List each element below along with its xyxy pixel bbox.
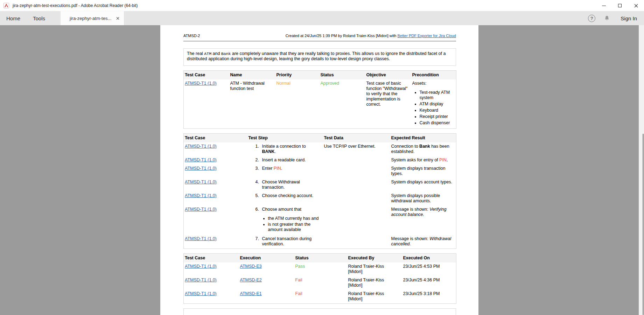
next-section-box: [183, 308, 456, 315]
document-tab[interactable]: jira-zephyr-atm-tes...: [61, 11, 124, 25]
status-value: Approved: [321, 81, 340, 86]
test-data-cell: [323, 156, 390, 164]
window-title: jira-zephyr-atm-test-executions.pdf - Ad…: [13, 3, 138, 8]
name-cell: ATM - Withdrawal function test: [229, 79, 275, 129]
test-case-link[interactable]: ATMSD-T1 (1.0): [185, 144, 217, 149]
test-case-link[interactable]: ATMSD-T1 (1.0): [185, 81, 217, 86]
table-row: ATMSD-T1 (1.0) ATMSD-E2 Fail Roland Trai…: [184, 276, 456, 290]
step-number: 5.: [255, 193, 262, 198]
executed-by-cell: Roland Traier-Kiss [Midori]: [347, 262, 402, 276]
bell-icon[interactable]: [604, 15, 610, 21]
step-number: 2.: [255, 158, 262, 163]
help-icon[interactable]: [588, 15, 595, 22]
executed-by-cell: Roland Traier-Kiss [Midori]: [347, 276, 402, 290]
test-case-table: Test Case Name Priority Status Objective…: [183, 70, 456, 129]
step-text: Choose amount that the ATM currently has…: [262, 207, 320, 233]
table-row: ATMSD-T1 (1.0) ATM - Withdrawal function…: [184, 79, 456, 129]
expected-result-cell: System displays transaction types.: [390, 164, 456, 178]
test-case-link[interactable]: ATMSD-T1 (1.0): [185, 264, 217, 269]
step-text: Cancel transaction during verification.: [262, 236, 320, 247]
execution-link[interactable]: ATMSD-E1: [240, 291, 262, 296]
step-number: 4.: [255, 180, 262, 190]
step-text: Choose Withdrawal transaction.: [262, 180, 320, 190]
exporter-link[interactable]: Better PDF Exporter for Jira Cloud: [397, 34, 456, 38]
step-text: Enter PIN.: [262, 166, 320, 171]
test-case-link[interactable]: ATMSD-T1 (1.0): [185, 291, 217, 296]
objective-cell: Test case of basic function "Withdrawal"…: [365, 79, 411, 129]
inline-code-atm: ATM: [204, 51, 211, 56]
test-data-cell: [323, 235, 390, 249]
close-button[interactable]: [628, 0, 644, 11]
minimize-icon: [602, 6, 606, 6]
test-case-link[interactable]: ATMSD-T1 (1.0): [185, 236, 217, 241]
executed-on-cell: 23/Jun/25 4:53 PM: [402, 262, 456, 276]
tab-close-button[interactable]: [115, 15, 120, 21]
table-row: ATMSD-T1 (1.0) ATMSD-E3 Pass Roland Trai…: [184, 262, 456, 276]
table-row: ATMSD-T1 (1.0) 6. Choose amount that the…: [184, 205, 456, 235]
test-case-link[interactable]: ATMSD-T1 (1.0): [185, 207, 217, 212]
step-number: 7.: [255, 236, 262, 247]
page-header: ATMSD-2 Created at 24/Jun/25 1:39 PM by …: [183, 34, 456, 41]
test-case-link[interactable]: ATMSD-T1 (1.0): [185, 278, 217, 282]
col-header: Objective: [365, 71, 411, 80]
asset-item: Receipt printer: [420, 114, 453, 119]
test-step-cell: 5.Choose checking account.: [247, 192, 323, 205]
maximize-button[interactable]: [612, 0, 628, 11]
tabbar-right-cluster: Sign In: [588, 11, 639, 25]
window-controls: [596, 0, 644, 11]
expected-result-cell: Message is shown: Withdrawal cancelled.: [390, 235, 456, 249]
col-header: Expected Result: [390, 134, 456, 143]
doc-id: ATMSD-2: [183, 34, 200, 38]
sign-in-button[interactable]: Sign In: [618, 14, 639, 23]
col-header: Executed On: [402, 254, 456, 263]
execution-link[interactable]: ATMSD-E2: [240, 278, 262, 282]
col-header: Test Step: [247, 134, 323, 143]
titlebar: jira-zephyr-atm-test-executions.pdf - Ad…: [0, 0, 644, 11]
asset-item: Test-ready ATM system: [420, 90, 453, 100]
col-header: Status: [320, 71, 365, 80]
scrollbar-thumb[interactable]: [643, 134, 644, 315]
document-canvas: ATMSD-2 Created at 24/Jun/25 1:39 PM by …: [0, 25, 644, 315]
scrollbar-track[interactable]: [639, 25, 644, 315]
test-case-link[interactable]: ATMSD-T1 (1.0): [185, 158, 217, 162]
executed-on-cell: 23/Jun/25 3:18 PM: [402, 290, 456, 304]
col-header: Status: [294, 254, 347, 263]
test-step-cell: 2.Insert a readable card.: [247, 156, 323, 164]
test-data-cell: Use TCP/IP over Ethernet.: [323, 142, 390, 156]
test-case-link[interactable]: ATMSD-T1 (1.0): [185, 193, 217, 198]
test-data-cell: [323, 164, 390, 178]
test-data-cell: [323, 192, 390, 205]
expected-result-cell: Connection to Bank has been established.: [390, 142, 456, 156]
asset-item: Cash dispenser: [420, 120, 453, 126]
test-case-link[interactable]: ATMSD-T1 (1.0): [185, 166, 217, 171]
table-row: ATMSD-T1 (1.0) 3.Enter PIN. System displ…: [184, 164, 456, 178]
col-header: Test Case: [184, 134, 247, 143]
tab-bar: Home Tools jira-zephyr-atm-tes... Sign I…: [0, 11, 644, 25]
table-row: ATMSD-T1 (1.0) ATMSD-E1 Fail Roland Trai…: [184, 290, 456, 304]
intro-box: The real ATM and Bank are completely una…: [183, 48, 456, 66]
tab-close-icon: [116, 17, 119, 20]
table-header-row: Test Case Test Step Test Data Expected R…: [184, 134, 456, 143]
asset-item: Keyboard: [420, 108, 453, 113]
intro-text: The real ATM and Bank are completely una…: [187, 51, 446, 61]
expected-result-cell: System asks for entry of PIN.: [390, 156, 456, 164]
executed-on-cell: 23/Jun/25 4:36 PM: [402, 276, 456, 290]
close-icon: [634, 4, 638, 8]
tab-tools[interactable]: Tools: [27, 11, 51, 25]
executed-by-cell: Roland Traier-Kiss [Midori]: [347, 290, 402, 304]
test-steps-table: Test Case Test Step Test Data Expected R…: [183, 133, 456, 249]
minimize-button[interactable]: [596, 0, 612, 11]
col-header: Test Case: [184, 71, 229, 80]
tab-home[interactable]: Home: [0, 11, 27, 25]
precondition-cell: Assets: Test-ready ATM system ATM displa…: [411, 79, 456, 129]
step-text: Choose checking account.: [262, 193, 320, 198]
test-data-cell: [323, 205, 390, 235]
execution-link[interactable]: ATMSD-E3: [240, 264, 262, 269]
col-header: Precondition: [411, 71, 456, 80]
pdf-page: ATMSD-2 Created at 24/Jun/25 1:39 PM by …: [160, 25, 478, 315]
test-case-link[interactable]: ATMSD-T1 (1.0): [185, 180, 217, 184]
expected-result-cell: System displays possible withdrawal amou…: [390, 192, 456, 205]
test-step-cell: 1.Initiate a connection to BANK.: [247, 142, 323, 156]
step-bullet-item: is not greater than the amount available: [268, 222, 320, 232]
step-text: Initiate a connection to BANK.: [262, 144, 320, 154]
